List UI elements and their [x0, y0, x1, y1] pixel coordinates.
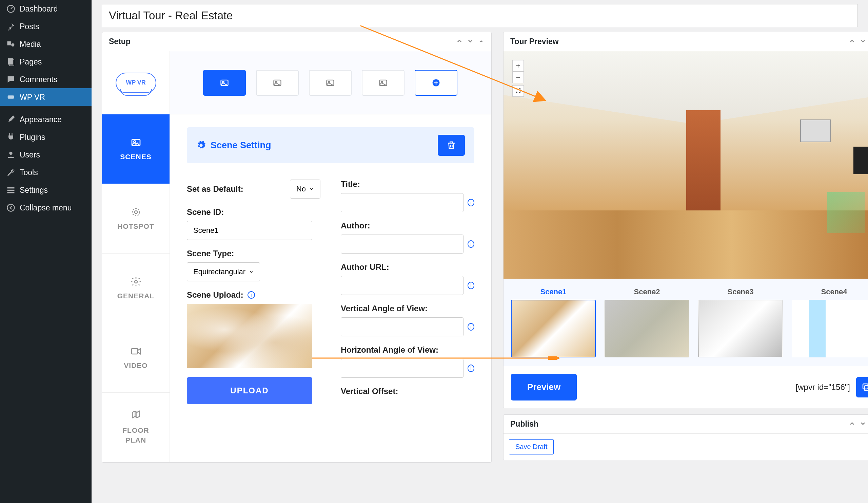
tab-video[interactable]: VIDEO [102, 323, 169, 393]
panel-up-icon[interactable] [849, 38, 856, 46]
vaov-label: Vertical Angle of View: [341, 304, 474, 313]
tab-label: VIDEO [124, 361, 147, 370]
voffset-label: Vertical Offset: [341, 386, 474, 396]
setup-panel-title: Setup [109, 37, 131, 46]
scene-upload-preview[interactable] [187, 304, 312, 368]
sidebar-item-comments[interactable]: Comments [0, 71, 92, 88]
zoom-in-button[interactable]: + [512, 60, 524, 72]
tab-label: HOTSPOT [117, 222, 154, 230]
scene-thumb-4[interactable] [362, 70, 404, 96]
add-scene-button[interactable] [415, 70, 457, 96]
panel-down-icon[interactable] [467, 38, 474, 46]
svg-rect-3 [8, 58, 13, 65]
scene-tile-1[interactable]: Scene1 [511, 288, 596, 358]
wpvr-icon [6, 92, 16, 102]
sidebar-item-appearance[interactable]: Appearance [0, 111, 92, 128]
sidebar-item-label: Dashboard [20, 4, 58, 13]
title-label: Title: [341, 180, 474, 189]
post-title-input[interactable] [102, 4, 858, 27]
publish-panel-title: Publish [510, 420, 538, 429]
haov-label: Horizontal Angle of View: [341, 345, 474, 355]
scene-thumb-1[interactable] [203, 70, 246, 96]
info-icon[interactable]: i [467, 240, 474, 248]
publish-panel: Publish Save Draft [503, 414, 868, 460]
wpvr-logo: WP VR [116, 73, 156, 93]
sidebar-item-label: Posts [20, 22, 39, 31]
setup-panel: Setup WP VR SCENES HOTSPOT GENERAL VIDEO [102, 32, 492, 463]
sidebar-item-media[interactable]: Media [0, 35, 92, 53]
sidebar-item-label: Media [20, 40, 41, 49]
scene-id-input[interactable] [187, 221, 312, 240]
info-icon[interactable]: i [467, 323, 474, 331]
panorama-viewer[interactable]: + − [504, 51, 868, 279]
scene-tile-4[interactable]: Scene4 [792, 288, 868, 358]
tab-general[interactable]: GENERAL [102, 253, 169, 323]
brush-icon [6, 115, 16, 124]
admin-sidebar: Dashboard Posts Media Pages Comments WP … [0, 0, 92, 503]
setup-tabs: WP VR SCENES HOTSPOT GENERAL VIDEO FLOOR… [102, 51, 170, 462]
preview-button[interactable]: Preview [511, 374, 577, 401]
set-default-select[interactable]: No [290, 180, 320, 199]
panel-up-icon[interactable] [456, 38, 463, 46]
svg-point-2 [11, 43, 14, 47]
author-input[interactable] [341, 234, 464, 253]
scene-type-select[interactable]: Equirectangular [187, 262, 260, 281]
sidebar-item-collapse[interactable]: Collapse menu [0, 199, 92, 217]
dashboard-icon [6, 4, 16, 13]
tab-hotspot[interactable]: HOTSPOT [102, 184, 169, 253]
info-icon[interactable]: i [467, 364, 474, 372]
svg-point-10 [8, 204, 14, 211]
sidebar-item-label: WP VR [20, 93, 45, 102]
panel-toggle-icon[interactable] [478, 38, 485, 46]
scene-tile-2[interactable]: Scene2 [604, 288, 689, 358]
tab-scenes[interactable]: SCENES [102, 114, 169, 184]
panel-up-icon[interactable] [849, 420, 856, 428]
info-icon[interactable]: i [248, 291, 255, 299]
sidebar-item-dashboard[interactable]: Dashboard [0, 0, 92, 18]
users-icon [6, 150, 16, 160]
sidebar-item-label: Users [20, 150, 40, 160]
plugin-icon [6, 132, 16, 142]
upload-button[interactable]: UPLOAD [187, 377, 312, 404]
main-area: Setup WP VR SCENES HOTSPOT GENERAL VIDEO [92, 0, 868, 503]
set-default-label: Set as Default: [187, 184, 244, 194]
fullscreen-button[interactable] [512, 85, 524, 97]
panel-down-icon[interactable] [859, 420, 866, 428]
scene-type-label: Scene Type: [187, 249, 320, 258]
info-icon[interactable]: i [467, 282, 474, 289]
sidebar-item-pages[interactable]: Pages [0, 53, 92, 71]
sidebar-item-label: Pages [20, 57, 42, 67]
sidebar-item-label: Plugins [20, 133, 45, 142]
author-url-input[interactable] [341, 276, 464, 295]
sidebar-item-plugins[interactable]: Plugins [0, 128, 92, 146]
vaov-input[interactable] [341, 317, 464, 336]
sidebar-item-posts[interactable]: Posts [0, 18, 92, 35]
tab-label: SCENES [120, 153, 151, 161]
sidebar-item-label: Collapse menu [20, 203, 72, 212]
author-label: Author: [341, 221, 474, 230]
sidebar-item-tools[interactable]: Tools [0, 164, 92, 181]
shortcode-text: [wpvr id="156"] [796, 383, 850, 392]
save-draft-button[interactable]: Save Draft [509, 439, 554, 454]
svg-rect-1 [8, 41, 11, 46]
wrench-icon [6, 168, 16, 177]
title-input[interactable] [341, 193, 464, 212]
zoom-out-button[interactable]: − [512, 72, 524, 83]
scene-thumb-3[interactable] [309, 70, 352, 96]
sidebar-item-wpvr[interactable]: WP VR [0, 88, 92, 106]
scene-tile-3[interactable]: Scene3 [698, 288, 783, 358]
tab-floorplan[interactable]: FLOORPLAN [102, 393, 169, 462]
copy-shortcode-button[interactable] [856, 377, 868, 398]
sidebar-item-settings[interactable]: Settings [0, 181, 92, 199]
sidebar-item-users[interactable]: Users [0, 146, 92, 164]
tab-label: GENERAL [117, 292, 155, 300]
haov-input[interactable] [341, 359, 464, 378]
svg-point-14 [132, 208, 140, 215]
pin-icon [6, 22, 16, 31]
info-icon[interactable]: i [467, 199, 474, 207]
panel-down-icon[interactable] [859, 38, 866, 46]
svg-rect-7 [8, 187, 14, 189]
tour-preview-panel: Tour Preview + − [503, 32, 868, 408]
delete-scene-button[interactable] [438, 135, 465, 156]
scene-thumb-2[interactable] [256, 70, 299, 96]
